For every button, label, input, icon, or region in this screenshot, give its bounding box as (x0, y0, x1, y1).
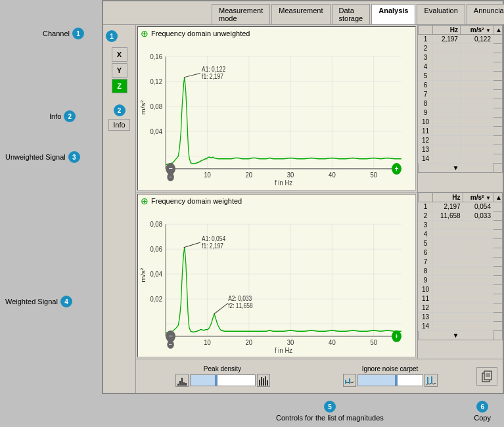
table-row: 11 (419, 127, 503, 136)
cell-hz: 2,197 (433, 202, 463, 211)
row-num: 12 (419, 303, 433, 312)
table2: Hz m/s² ▼ ▲ 1 2,197 0,054 2 11,658 (418, 192, 503, 340)
row-num: 5 (419, 72, 433, 81)
channel-btn-z[interactable]: Z (112, 79, 127, 93)
info-button[interactable]: Info (108, 119, 129, 131)
table-row: 2 11,658 0,033 (419, 211, 503, 220)
weighted-signal-annotation: Weighted Signal 4 (5, 296, 72, 307)
unweighted-signal-annotation: Unweighted Signal 3 (5, 151, 80, 163)
data-table-1: Hz m/s² ▼ ▲ 1 2,197 0,122 2 (417, 25, 503, 192)
svg-text:f1: 2,197: f1: 2,197 (202, 242, 223, 250)
copy-area (476, 367, 497, 386)
table-row: 10 (419, 284, 503, 294)
noise-mini-chart1 (343, 374, 356, 387)
chart2-container: ⊕ Frequency domain weighted (137, 194, 416, 358)
cell-hz (433, 72, 461, 81)
row-num: 3 (419, 53, 433, 62)
table-row: 11 (419, 294, 503, 303)
channel-btn-y[interactable]: Y (112, 63, 127, 78)
peak-density-label: Peak density (204, 365, 241, 372)
scrollbar-cell (493, 275, 503, 284)
chart1-title-bar: ⊕ Frequency domain unweighted (138, 27, 415, 40)
table-row: 6 (419, 81, 503, 90)
row-num: 10 (419, 284, 433, 294)
cell-hz (433, 90, 461, 99)
row-num: 13 (419, 312, 433, 321)
copy-button[interactable] (476, 367, 497, 386)
channel-row: 1 (106, 30, 118, 42)
svg-text:f in Hz: f in Hz (275, 179, 292, 187)
svg-text:20: 20 (246, 171, 253, 179)
channel-external-badge: 1 (72, 28, 84, 39)
svg-rect-67 (177, 384, 179, 386)
svg-text:A1: 0,122: A1: 0,122 (202, 66, 225, 73)
channel-badge: 1 (106, 30, 118, 42)
svg-text:40: 40 (329, 338, 336, 346)
ignore-noise-slider-row (343, 374, 438, 387)
svg-text:A2: 0,033: A2: 0,033 (228, 294, 252, 302)
cell-ms2 (463, 266, 493, 275)
scrollbar-cell (493, 44, 503, 53)
tab-evaluation[interactable]: Evaluation (417, 4, 465, 24)
peak-density-slider[interactable] (190, 374, 256, 386)
svg-text:0,12: 0,12 (150, 78, 162, 85)
peak-density-mini-chart (175, 374, 189, 387)
row-num: 11 (419, 294, 433, 303)
tab-annunciator[interactable]: Annunciator (467, 4, 504, 24)
tab-data-storage[interactable]: Data storage (332, 4, 371, 24)
svg-text:0,08: 0,08 (150, 220, 162, 228)
svg-line-57 (214, 303, 228, 313)
cell-ms2 (460, 90, 493, 99)
scrollbar-cell (493, 220, 503, 229)
scrollbar-cell (493, 81, 503, 90)
tab-measurement-mode[interactable]: Measurement mode (212, 4, 270, 24)
svg-text:10: 10 (204, 338, 211, 346)
row-num: 8 (419, 266, 433, 275)
cell-ms2: 0,033 (463, 211, 493, 220)
svg-text:50: 50 (370, 171, 377, 179)
channel-btn-x[interactable]: X (112, 47, 127, 62)
svg-text:40: 40 (329, 171, 336, 179)
row-num: 3 (419, 220, 433, 229)
cell-hz (433, 44, 461, 53)
cell-hz (433, 108, 461, 118)
cell-ms2 (463, 248, 493, 257)
row-num: 6 (419, 248, 433, 257)
table-row: 14 (419, 154, 503, 164)
table-row: 14 (419, 321, 503, 330)
cell-ms2: 0,054 (463, 202, 493, 211)
svg-rect-79 (427, 377, 428, 384)
cell-ms2 (460, 145, 493, 154)
table-row: 8 (419, 266, 503, 275)
svg-text:0,08: 0,08 (150, 102, 162, 110)
scrollbar-cell (493, 127, 503, 136)
svg-rect-68 (179, 381, 181, 386)
cell-ms2 (460, 53, 493, 62)
row-num: 12 (419, 136, 433, 145)
svg-text:−: − (169, 341, 172, 348)
row-num: 7 (419, 90, 433, 99)
ignore-noise-slider[interactable] (357, 374, 423, 386)
table1-col-num (419, 26, 433, 35)
table-row: 7 (419, 257, 503, 266)
tab-analysis[interactable]: Analysis (371, 4, 415, 24)
svg-text:0,04: 0,04 (150, 270, 162, 278)
svg-rect-75 (265, 376, 266, 386)
unweighted-signal-text: Unweighted Signal (5, 153, 66, 161)
svg-text:0,04: 0,04 (150, 127, 162, 135)
chart1-container: ⊕ Frequency domain unweighted (137, 26, 416, 191)
cell-ms2 (463, 312, 493, 321)
table1-col-hz: Hz (433, 26, 461, 35)
scrollbar-cell (493, 312, 503, 321)
cell-hz: 11,658 (433, 211, 463, 220)
svg-rect-73 (261, 377, 262, 386)
svg-line-22 (184, 74, 200, 78)
table-row: 3 (419, 53, 503, 62)
chart2-svg: 0,08 0,06 0,04 0,02 10 20 30 40 50 f in … (138, 208, 415, 357)
tab-measurement[interactable]: Measurement (271, 4, 330, 24)
cell-ms2 (463, 229, 493, 238)
scrollbar-cell (493, 108, 503, 118)
svg-line-54 (184, 242, 200, 248)
bottom-controls-bar: Peak density (136, 359, 503, 393)
svg-text:+: + (394, 164, 398, 173)
